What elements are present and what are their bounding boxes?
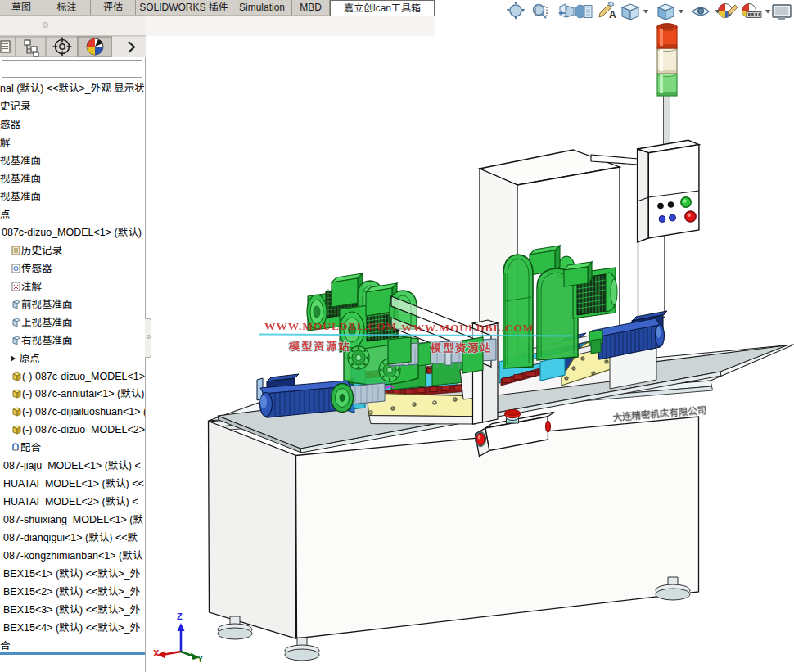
svg-text:Z: Z: [177, 611, 183, 621]
svg-text:A: A: [609, 9, 616, 20]
svg-text:Y: Y: [197, 654, 204, 664]
svg-text:WWW.MOULDBL.COM: WWW.MOULDBL.COM: [264, 320, 397, 332]
svg-text:模型资源站: 模型资源站: [288, 337, 350, 354]
svg-text:X: X: [153, 648, 160, 658]
svg-text:模型资源站: 模型资源站: [430, 339, 492, 355]
svg-text:WWW.MOULDBL.COM: WWW.MOULDBL.COM: [401, 322, 534, 334]
